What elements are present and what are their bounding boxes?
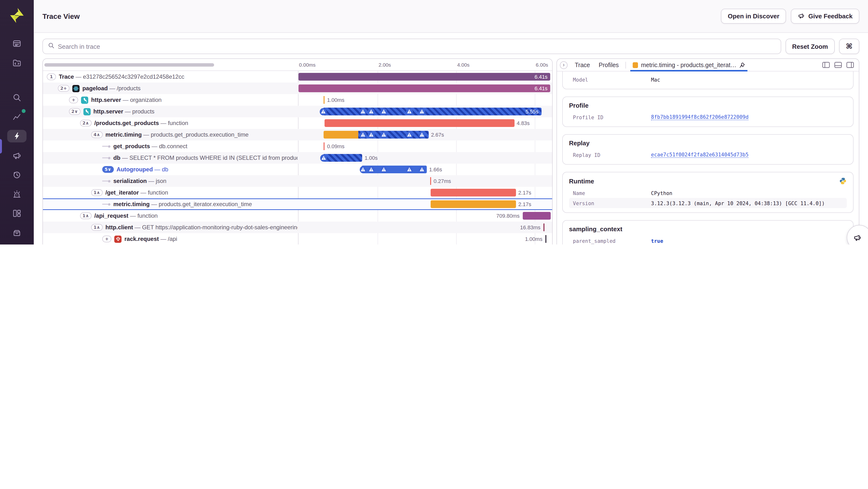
- span-name: pageload — /products: [83, 85, 141, 92]
- span-children-badge[interactable]: 1∧: [91, 224, 102, 231]
- warning-icon[interactable]: [368, 131, 375, 138]
- span-tree-row[interactable]: db — SELECT * FROM products WHERE id IN …: [43, 152, 552, 164]
- sidebar-item-alerts[interactable]: [7, 188, 27, 200]
- key-value-row: NameCPython: [569, 188, 847, 198]
- details-tabbar: › Trace Profiles metric.timing - product…: [557, 59, 859, 71]
- span-duration-bar[interactable]: [431, 189, 516, 197]
- span-tree-row[interactable]: 2∧/products.get_products — function4.83s: [43, 117, 552, 129]
- span-tree-row[interactable]: +rack.request — /api1.00ms: [43, 233, 552, 244]
- span-tree-row[interactable]: 1∧http.client — GET https://application-…: [43, 222, 552, 233]
- span-children-badge[interactable]: 4∧: [91, 131, 102, 138]
- span-duration-tick[interactable]: [546, 235, 546, 243]
- sidebar-item-projects[interactable]: [7, 56, 27, 69]
- panel-collapse-icon[interactable]: ›: [560, 61, 567, 69]
- warning-icon[interactable]: [368, 166, 375, 173]
- span-row-waterfall: 16.83ms: [298, 222, 552, 233]
- span-children-badge[interactable]: 1∧: [91, 189, 102, 196]
- warning-icon[interactable]: [418, 166, 425, 173]
- sidebar-item-performance[interactable]: [7, 130, 27, 142]
- span-children-badge[interactable]: 1∧: [80, 212, 91, 219]
- sidebar-item-feedback[interactable]: [7, 149, 27, 162]
- span-duration-bar[interactable]: [523, 212, 551, 220]
- tab-active-span[interactable]: metric.timing - products.get_iterat…: [629, 59, 748, 71]
- span-duration-tick[interactable]: [324, 142, 325, 150]
- span-duration-tick[interactable]: [544, 224, 545, 231]
- span-tree-row[interactable]: 2+pageload — /products6.41s: [43, 83, 552, 94]
- span-tree-row[interactable]: serialization — json0.27ms: [43, 175, 552, 187]
- span-tree-row[interactable]: 5∨Autogrouped — db1.66s: [43, 164, 552, 175]
- span-duration-tick[interactable]: [430, 177, 431, 185]
- span-duration-bar[interactable]: [323, 108, 541, 115]
- layout-right-icon[interactable]: [846, 62, 854, 68]
- span-duration-bar[interactable]: [299, 84, 551, 92]
- reset-zoom-button[interactable]: Reset Zoom: [785, 39, 835, 54]
- span-duration-bar[interactable]: [431, 200, 516, 208]
- sidebar-item-releases[interactable]: [7, 226, 27, 239]
- sentry-logo-icon[interactable]: [8, 6, 26, 25]
- warning-icon[interactable]: [406, 131, 413, 138]
- card-header: Profile: [569, 102, 847, 109]
- warning-icon[interactable]: [360, 166, 367, 173]
- kv-key: Profile ID: [573, 114, 651, 120]
- warning-icon[interactable]: [380, 131, 387, 138]
- warning-icon[interactable]: [368, 108, 375, 115]
- tab-trace[interactable]: Trace: [571, 59, 593, 71]
- span-children-badge[interactable]: 1: [47, 74, 56, 80]
- warning-icon[interactable]: [406, 166, 413, 173]
- span-tree-row[interactable]: 1∧/get_iterator — function2.17s: [43, 187, 552, 198]
- warning-icon[interactable]: [380, 166, 387, 173]
- warning-icon[interactable]: [360, 131, 367, 138]
- span-tree-row[interactable]: metric.timing — products.get_iterator.ex…: [43, 198, 552, 210]
- warning-icon[interactable]: [418, 108, 425, 115]
- span-tree-row[interactable]: get_products — db.connect0.09ms: [43, 141, 552, 152]
- sidebar-item-search[interactable]: [7, 91, 27, 104]
- span-name: metric.timing — products.get_products.ex…: [105, 131, 249, 138]
- span-tree-row[interactable]: 1Trace — e31278c256524c3297e2cd12458e12c…: [43, 71, 552, 83]
- span-duration-bar[interactable]: [323, 154, 362, 162]
- search-input[interactable]: [58, 43, 776, 50]
- span-tree-row[interactable]: 2∨http.server — products5.55s: [43, 106, 552, 117]
- span-duration-bar[interactable]: [299, 73, 551, 81]
- give-feedback-button[interactable]: Give Feedback: [791, 9, 859, 24]
- active-nav-indicator: [0, 139, 2, 153]
- open-in-discover-button[interactable]: Open in Discover: [721, 9, 786, 24]
- sidebar-item-insights[interactable]: [7, 111, 27, 123]
- command-shortcut-button[interactable]: ⌘: [839, 39, 859, 54]
- kv-value[interactable]: ecae7c51f0024f2fa82e6314045d73b5: [651, 151, 749, 158]
- page-title: Trace View: [42, 12, 80, 20]
- span-children-badge[interactable]: 2+: [58, 85, 69, 92]
- warning-icon[interactable]: [418, 131, 425, 138]
- kv-value: true: [651, 238, 663, 243]
- span-duration-bar[interactable]: [324, 131, 429, 139]
- react-platform-icon: [72, 85, 80, 92]
- span-children-badge[interactable]: 2∨: [69, 108, 80, 115]
- sidebar-item-issues[interactable]: [7, 37, 27, 50]
- warning-icon[interactable]: [406, 108, 413, 115]
- layout-bottom-icon[interactable]: [834, 62, 842, 68]
- layout-left-icon[interactable]: [822, 62, 830, 68]
- span-children-badge[interactable]: +: [102, 236, 112, 242]
- tree-connector-icon: [102, 180, 111, 182]
- horizontal-scrollbar[interactable]: [44, 63, 214, 67]
- span-row-waterfall: 2.17s: [298, 187, 552, 198]
- search-box[interactable]: [42, 39, 781, 54]
- pin-icon[interactable]: [739, 62, 745, 68]
- sidebar-item-dashboards[interactable]: [7, 207, 27, 220]
- key-value-row: Profile ID8fb7bb1891994f8c862f206e872200…: [569, 112, 847, 122]
- kv-value[interactable]: 8fb7bb1891994f8c862f206e8722009d: [651, 114, 749, 120]
- span-tree-row[interactable]: 1∧/api_request — function709.80ms: [43, 210, 552, 222]
- span-children-badge[interactable]: 5∨: [102, 166, 114, 173]
- span-row-waterfall: 1.00ms: [298, 233, 552, 244]
- span-tree-row[interactable]: 4∧metric.timing — products.get_products.…: [43, 129, 552, 141]
- span-duration-tick[interactable]: [323, 96, 324, 104]
- sidebar-item-replays[interactable]: [7, 169, 27, 181]
- span-duration-bar[interactable]: [324, 119, 514, 127]
- span-children-badge[interactable]: 2∧: [80, 120, 91, 126]
- tab-profiles[interactable]: Profiles: [595, 59, 622, 71]
- kv-key: Replay ID: [573, 152, 651, 157]
- warning-icon[interactable]: [380, 108, 387, 115]
- warning-icon[interactable]: [360, 108, 366, 115]
- card-title: Runtime: [569, 177, 594, 185]
- span-tree-row[interactable]: +http.server — organization1.00ms: [43, 94, 552, 106]
- span-children-badge[interactable]: +: [69, 96, 78, 103]
